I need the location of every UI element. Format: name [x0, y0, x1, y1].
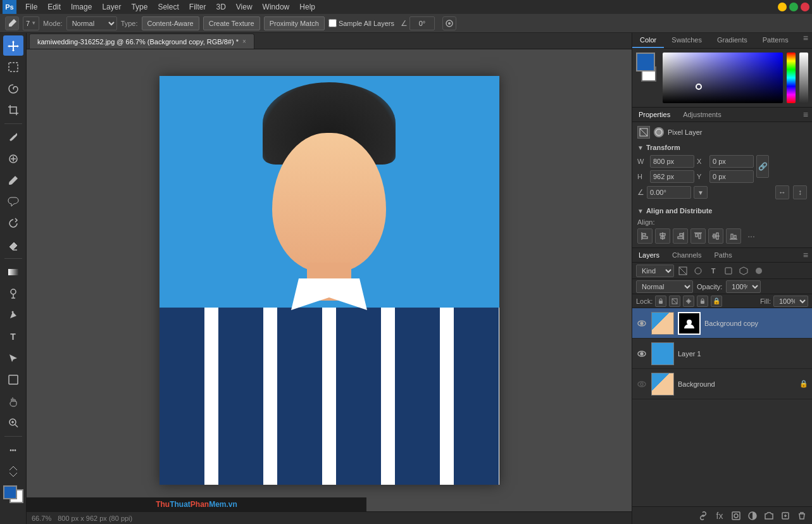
close-button[interactable]	[801, 3, 809, 11]
sample-all-layers-checkbox[interactable]: Sample All Layers	[328, 19, 394, 27]
eyedropper-tool[interactable]	[3, 127, 23, 147]
maximize-button[interactable]	[789, 3, 798, 11]
minimize-button[interactable]	[778, 3, 787, 11]
link-layers-button[interactable]	[697, 509, 709, 522]
zoom-tool[interactable]	[3, 413, 23, 433]
pen-tool[interactable]	[3, 305, 23, 325]
lock-aspect-ratio-icon[interactable]: 🔗	[756, 155, 769, 178]
layer-visibility-background[interactable]	[636, 378, 647, 390]
lock-transparent-button[interactable]	[655, 296, 666, 307]
path-selection-tool[interactable]	[3, 348, 23, 368]
layer-visibility-background-copy[interactable]	[636, 318, 647, 329]
layer-visibility-layer1[interactable]	[636, 348, 647, 359]
filter-pixel-icon[interactable]	[677, 265, 689, 277]
paths-tab[interactable]: Paths	[708, 248, 739, 262]
opacity-select[interactable]: 100%	[726, 280, 761, 293]
new-fill-layer-button[interactable]	[746, 509, 759, 522]
height-input[interactable]	[650, 170, 694, 183]
add-mask-button[interactable]	[730, 509, 742, 522]
move-tool[interactable]	[3, 35, 23, 56]
tab-close-button[interactable]: ×	[242, 38, 246, 45]
flip-vertical-button[interactable]: ↕	[793, 185, 807, 199]
menu-select[interactable]: Select	[153, 1, 184, 13]
layer-background-copy[interactable]: Background copy	[632, 308, 812, 339]
align-bottom-button[interactable]	[726, 228, 741, 244]
more-tools[interactable]: •••	[3, 440, 23, 460]
adjustments-tab[interactable]: Adjustments	[677, 108, 728, 122]
align-top-button[interactable]	[690, 228, 706, 244]
menu-window[interactable]: Window	[258, 1, 295, 13]
gradient-tool[interactable]	[3, 262, 23, 282]
menu-edit[interactable]: Edit	[42, 1, 66, 13]
heal-tool[interactable]	[3, 149, 23, 169]
align-middle-button[interactable]	[708, 228, 723, 244]
shape-tool[interactable]	[3, 370, 23, 390]
fill-select[interactable]: 100%	[773, 296, 808, 307]
color-swatches[interactable]	[3, 485, 23, 503]
menu-filter[interactable]: Filter	[184, 1, 211, 13]
dodge-tool[interactable]	[3, 284, 23, 304]
hue-slider[interactable]	[787, 53, 796, 103]
transform-section-header[interactable]: ▼ Transform	[637, 144, 807, 151]
new-group-button[interactable]	[763, 509, 775, 522]
layer-layer1[interactable]: Layer 1	[632, 339, 812, 369]
menu-help[interactable]: Help	[294, 1, 320, 13]
menu-view[interactable]: View	[231, 1, 258, 13]
lasso-tool[interactable]	[3, 78, 23, 99]
properties-tab[interactable]: Properties	[632, 108, 677, 122]
align-right-button[interactable]	[673, 228, 688, 244]
y-position-input[interactable]	[709, 170, 754, 183]
crop-tool[interactable]	[3, 100, 23, 120]
menu-layer[interactable]: Layer	[97, 1, 126, 13]
history-brush-tool[interactable]	[3, 213, 23, 234]
filter-smartobject-icon[interactable]	[737, 265, 750, 277]
lock-position-button[interactable]	[683, 296, 694, 307]
layers-panel-menu[interactable]: ≡	[803, 250, 812, 260]
menu-3d[interactable]: 3D	[211, 1, 230, 13]
type-tool[interactable]: T	[3, 327, 23, 347]
content-aware-button[interactable]: Content-Aware	[142, 16, 199, 30]
foreground-color[interactable]	[3, 485, 17, 499]
flip-horizontal-button[interactable]: ↔	[775, 185, 789, 199]
filter-kind-select[interactable]: Kind	[636, 265, 674, 277]
gradients-tab[interactable]: Gradients	[709, 33, 755, 48]
filter-adjustment-icon[interactable]	[692, 265, 704, 277]
layer-background[interactable]: Background 🔒	[632, 369, 812, 399]
swatches-tab[interactable]: Swatches	[664, 33, 709, 48]
delete-layer-button[interactable]	[796, 509, 808, 522]
eraser-tool[interactable]	[3, 235, 23, 255]
rotation-input[interactable]	[647, 186, 691, 199]
hand-tool[interactable]	[3, 391, 23, 411]
align-center-h-button[interactable]	[655, 228, 670, 244]
new-layer-button[interactable]	[779, 509, 792, 522]
color-gradient-picker[interactable]	[663, 53, 783, 103]
color-panel-menu[interactable]: ≡	[803, 33, 812, 48]
width-input[interactable]	[650, 155, 694, 168]
marquee-tool[interactable]	[3, 57, 23, 77]
align-more-button[interactable]: ···	[744, 228, 759, 244]
layers-tab[interactable]: Layers	[632, 248, 666, 262]
menu-image[interactable]: Image	[66, 1, 97, 13]
brush-settings-icon[interactable]	[442, 16, 456, 30]
brush-tool-icon[interactable]	[5, 16, 19, 30]
align-section-header[interactable]: ▼ Align and Distribute	[637, 207, 807, 215]
angle-dropdown[interactable]: ▼	[694, 186, 708, 199]
align-left-button[interactable]	[637, 228, 653, 244]
add-style-button[interactable]: fx	[713, 509, 726, 522]
filter-coloradj-icon[interactable]	[753, 265, 765, 277]
channels-tab[interactable]: Channels	[666, 248, 708, 262]
brush-tool[interactable]	[3, 170, 23, 190]
saturation-slider[interactable]	[799, 53, 808, 103]
patterns-tab[interactable]: Patterns	[755, 33, 796, 48]
filter-type-icon[interactable]: T	[707, 265, 720, 277]
blend-mode-select[interactable]: Normal Multiply Screen	[636, 280, 693, 293]
create-texture-button[interactable]: Create Texture	[203, 16, 260, 30]
angle-input[interactable]	[409, 16, 435, 30]
clone-stamp-tool[interactable]	[3, 192, 23, 212]
foreground-color-swatch[interactable]	[636, 53, 655, 72]
properties-panel-menu[interactable]: ≡	[803, 109, 812, 120]
lock-artboard-button[interactable]	[697, 296, 708, 307]
swap-colors[interactable]	[3, 461, 23, 482]
document-tab[interactable]: kamiwedding-316252.jpg @ 66.7% (Backgrou…	[29, 34, 254, 49]
menu-type[interactable]: Type	[126, 1, 153, 13]
